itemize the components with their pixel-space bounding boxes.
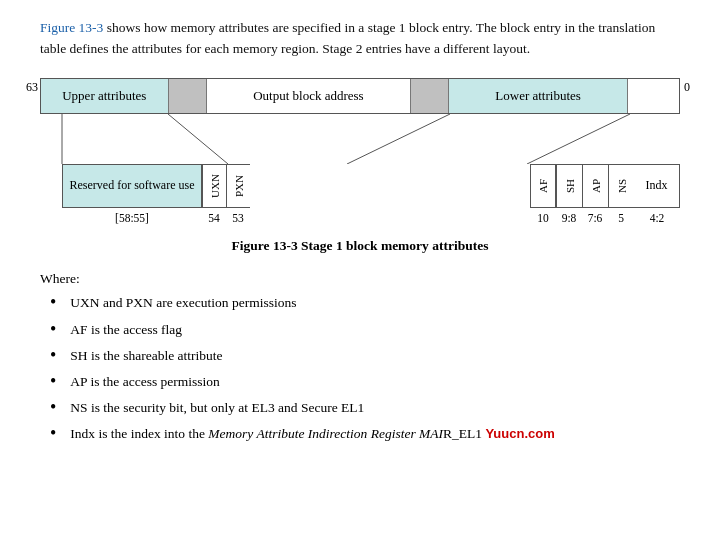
list-item: • Indx is the index into the Memory Attr… xyxy=(50,424,680,446)
lower-label: Lower attributes xyxy=(495,88,581,104)
output-label: Output block address xyxy=(253,88,363,104)
pxn-label: PXN xyxy=(233,175,245,197)
list-item: • SH is the shareable attribute xyxy=(50,346,680,368)
af-label: AF xyxy=(537,179,549,193)
connector-lines xyxy=(40,114,680,164)
bits-54-label: 54 xyxy=(208,212,220,224)
bullet-dot: • xyxy=(50,369,56,394)
svg-line-1 xyxy=(168,114,228,164)
label-5: 5 xyxy=(608,212,634,224)
reserved-label: Reserved for software use xyxy=(70,178,195,194)
bullet-dot: • xyxy=(50,395,56,420)
box-ns: NS xyxy=(608,164,634,208)
uxn-label: UXN xyxy=(209,174,221,198)
expanded-boxes-row: Reserved for software use UXN PXN AF SH … xyxy=(40,164,680,208)
lower-gap xyxy=(411,79,449,113)
bits-53-label: 53 xyxy=(232,212,244,224)
upper-attributes-section: Upper attributes xyxy=(41,79,169,113)
right-bit-labels: 10 9:8 7:6 5 4:2 xyxy=(530,212,680,224)
svg-line-2 xyxy=(347,114,450,164)
bit-0-label: 0 xyxy=(684,80,690,95)
diagram-container: 63 0 Upper attributes Output block addre… xyxy=(40,78,680,224)
item-text: AP is the access permission xyxy=(70,372,219,393)
box-indx: Indx xyxy=(634,164,680,208)
list-item: • AF is the access flag xyxy=(50,320,680,342)
lower-attributes-section: Lower attributes xyxy=(449,79,628,113)
box-sh: SH xyxy=(556,164,582,208)
watermark: Yuucn.com xyxy=(485,426,554,441)
left-expanded: Reserved for software use UXN PXN xyxy=(62,164,250,208)
bullet-dot: • xyxy=(50,317,56,342)
label-54: 54 xyxy=(202,212,226,224)
figure-caption: Figure 13-3 Stage 1 block memory attribu… xyxy=(40,238,680,254)
bits-4-2-label: 4:2 xyxy=(650,212,665,224)
bits-10-label: 10 xyxy=(537,212,549,224)
indx-label: Indx xyxy=(646,178,668,193)
label-reserved-bits: [58:55] xyxy=(62,212,202,224)
upper-label: Upper attributes xyxy=(62,88,146,104)
where-section: Where: • UXN and PXN are execution permi… xyxy=(40,268,680,447)
list-item: • NS is the security bit, but only at EL… xyxy=(50,398,680,420)
output-section: Output block address xyxy=(207,79,411,113)
box-af: AF xyxy=(530,164,556,208)
indx-italic: Memory Attribute Indirection Register MA… xyxy=(208,426,443,441)
list-item: • AP is the access permission xyxy=(50,372,680,394)
bullet-dot: • xyxy=(50,290,56,315)
box-uxn: UXN xyxy=(202,164,226,208)
bits-reserved-label: [58:55] xyxy=(115,212,149,224)
bits-9-8-label: 9:8 xyxy=(562,212,577,224)
svg-line-3 xyxy=(527,114,630,164)
right-expanded: AF SH AP NS Indx xyxy=(530,164,680,208)
where-label: Where: xyxy=(40,268,680,290)
item-text: NS is the security bit, but only at EL3 … xyxy=(70,398,364,419)
label-53: 53 xyxy=(226,212,250,224)
ap-label: AP xyxy=(590,179,602,193)
label-10: 10 xyxy=(530,212,556,224)
box-reserved: Reserved for software use xyxy=(62,164,202,208)
bits-7-6-label: 7:6 xyxy=(588,212,603,224)
left-bit-labels: [58:55] 54 53 xyxy=(62,212,250,224)
intro-text: shows how memory attributes are specifie… xyxy=(40,20,655,56)
register-bar: Upper attributes Output block address Lo… xyxy=(40,78,680,114)
bullet-list: • UXN and PXN are execution permissions … xyxy=(40,293,680,446)
figure-link[interactable]: Figure 13-3 xyxy=(40,20,103,35)
item-text: Indx is the index into the Memory Attrib… xyxy=(70,424,554,445)
bit-labels-row: [58:55] 54 53 10 9:8 7:6 5 4:2 xyxy=(40,212,680,224)
item-text: UXN and PXN are execution permissions xyxy=(70,293,296,314)
list-item: • UXN and PXN are execution permissions xyxy=(50,293,680,315)
item-text: AF is the access flag xyxy=(70,320,182,341)
box-ap: AP xyxy=(582,164,608,208)
bits-5-label: 5 xyxy=(618,212,624,224)
label-4-2: 4:2 xyxy=(634,212,680,224)
indx-before: Indx is the index into the xyxy=(70,426,208,441)
reg-end xyxy=(628,79,679,113)
sh-label: SH xyxy=(564,179,576,193)
indx-after: R_EL1 xyxy=(443,426,482,441)
intro-paragraph: Figure 13-3 shows how memory attributes … xyxy=(40,18,680,60)
lines-svg xyxy=(40,114,680,164)
item-text: SH is the shareable attribute xyxy=(70,346,222,367)
label-7-6: 7:6 xyxy=(582,212,608,224)
bit-63-label: 63 xyxy=(26,80,38,95)
label-9-8: 9:8 xyxy=(556,212,582,224)
bullet-dot: • xyxy=(50,421,56,446)
box-pxn: PXN xyxy=(226,164,250,208)
bullet-dot: • xyxy=(50,343,56,368)
ns-label: NS xyxy=(616,179,628,193)
upper-gap xyxy=(169,79,207,113)
